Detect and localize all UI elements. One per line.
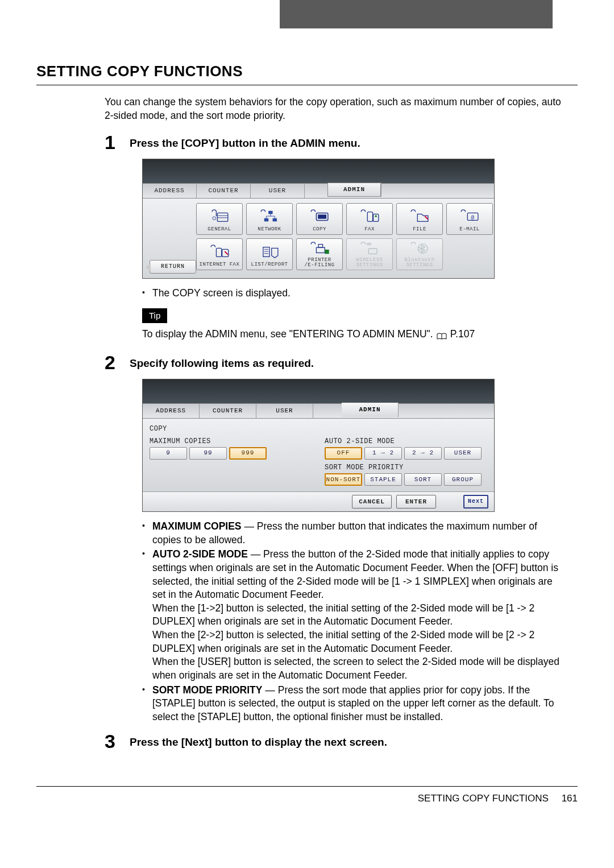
svg-rect-0 — [217, 213, 228, 221]
email-icon: @ — [450, 206, 489, 226]
network-button[interactable]: NETWORK — [246, 203, 293, 235]
page-footer: SETTING COPY FUNCTIONS 161 — [36, 786, 578, 805]
step-2-title: Specify following items as required. — [130, 353, 314, 372]
tab-address-2[interactable]: ADDRESS — [143, 404, 200, 418]
internet-fax-button[interactable]: INTERNET FAX — [196, 238, 243, 270]
tab-gap — [305, 184, 327, 198]
step1-result-text: The COPY screen is displayed. — [152, 287, 566, 300]
network-label: NETWORK — [258, 226, 281, 233]
bluetooth-icon — [400, 239, 439, 258]
return-button[interactable]: RETURN — [150, 260, 196, 274]
tip-badge: Tip — [142, 308, 167, 323]
step-3-title: Press the [Next] button to display the n… — [130, 731, 387, 751]
sort-staple[interactable]: STAPLE — [364, 473, 402, 486]
email-button[interactable]: @E-MAIL — [446, 203, 493, 235]
printer-efiling-button[interactable]: PRINTER /E-FILING — [296, 238, 343, 270]
ss1-tab-bar: ADDRESS COUNTER USER ADMIN — [143, 183, 494, 199]
tab-user-2[interactable]: USER — [256, 404, 313, 418]
bluetooth-settings-button[interactable]: Bluetooth SETTINGS — [396, 238, 443, 270]
step-3-number: 3 — [105, 731, 130, 751]
desc-auto-2side-body3: When the [2->2] button is selected, the … — [152, 629, 534, 654]
screenshot-copy-settings: ADDRESS COUNTER USER ADMIN COPY MAXIMUM … — [142, 379, 495, 512]
auto-2side-2to2[interactable]: 2 → 2 — [404, 447, 442, 460]
breadcrumb-copy: COPY — [150, 424, 487, 433]
svg-rect-19 — [222, 249, 229, 257]
intro-text: You can change the system behaviors for … — [105, 96, 572, 122]
auto-2side-1to2[interactable]: 1 → 2 — [364, 447, 402, 460]
tab-address[interactable]: ADDRESS — [143, 184, 197, 198]
printer-efiling-icon — [300, 239, 339, 258]
auto-2side-off[interactable]: OFF — [325, 447, 362, 460]
max-copies-label: MAXIMUM COPIES — [150, 437, 312, 446]
sort-group[interactable]: GROUP — [444, 473, 482, 486]
step-1: 1 Press the [COPY] button in the ADMIN m… — [105, 133, 578, 152]
max-copies-9[interactable]: 9 — [150, 447, 187, 460]
desc-auto-2side: • AUTO 2-SIDE MODE — Press the button of… — [142, 548, 566, 682]
step-3: 3 Press the [Next] button to display the… — [105, 731, 578, 751]
tab-gap-2 — [313, 404, 342, 418]
fax-icon — [350, 206, 389, 226]
list-report-button[interactable]: LIST/REPORT — [246, 238, 293, 270]
tab-user[interactable]: USER — [251, 184, 305, 198]
auto-2side-user[interactable]: USER — [444, 447, 482, 460]
desc-auto-2side-body4: When the [USER] button is selected, the … — [152, 656, 559, 681]
svg-rect-27 — [368, 249, 377, 254]
auto-2side-label: AUTO 2-SIDE MODE — [325, 437, 487, 446]
page-title: SETTING COPY FUNCTIONS — [36, 61, 578, 81]
tab-admin-2[interactable]: ADMIN — [342, 403, 399, 417]
general-icon — [200, 206, 239, 226]
sort-sort[interactable]: SORT — [404, 473, 442, 486]
ss1-header — [143, 159, 494, 183]
enter-button[interactable]: ENTER — [396, 495, 436, 509]
screenshot-admin-menu: ADDRESS COUNTER USER ADMIN RETURN GENERA… — [142, 159, 495, 279]
sort-priority-label: SORT MODE PRIORITY — [325, 463, 487, 472]
desc-sort-priority: • SORT MODE PRIORITY — Press the sort mo… — [142, 684, 566, 724]
fax-label: FAX — [364, 226, 375, 233]
list-report-label: LIST/REPORT — [251, 261, 288, 268]
wireless-settings-button[interactable]: WIRELESS SETTINGS — [346, 238, 393, 270]
desc-max-copies-title: MAXIMUM COPIES — [152, 520, 242, 532]
footer-page-number: 161 — [562, 793, 578, 804]
svg-rect-26 — [325, 250, 329, 254]
svg-point-3 — [213, 217, 216, 220]
title-rule — [36, 85, 578, 85]
header-dark-block — [280, 0, 553, 28]
next-button[interactable]: Next — [463, 495, 488, 509]
tab-admin[interactable]: ADMIN — [327, 183, 381, 197]
svg-rect-24 — [316, 247, 325, 253]
tab-counter[interactable]: COUNTER — [197, 184, 251, 198]
book-icon — [437, 330, 447, 338]
max-copies-99[interactable]: 99 — [189, 447, 227, 460]
header-bar — [0, 0, 614, 28]
tip-line: To display the ADMIN menu, see "ENTERING… — [142, 328, 578, 341]
svg-point-15 — [375, 215, 377, 217]
svg-rect-25 — [318, 244, 322, 247]
bluetooth-label: Bluetooth SETTINGS — [404, 258, 434, 268]
list-report-icon — [250, 242, 289, 261]
copy-label: COPY — [313, 226, 326, 233]
max-copies-999[interactable]: 999 — [229, 447, 267, 460]
svg-rect-13 — [367, 212, 372, 222]
wireless-icon — [350, 239, 389, 258]
svg-rect-4 — [268, 211, 272, 214]
desc-auto-2side-title: AUTO 2-SIDE MODE — [152, 548, 248, 560]
printer-efiling-label: PRINTER /E-FILING — [304, 258, 334, 268]
tab-counter-2[interactable]: COUNTER — [200, 404, 256, 418]
file-icon — [400, 206, 439, 226]
copy-button[interactable]: COPY — [296, 203, 343, 235]
sort-nonsort[interactable]: NON-SORT — [325, 473, 362, 486]
step1-result-bullet: • The COPY screen is displayed. — [142, 287, 566, 300]
ss2-tab-bar: ADDRESS COUNTER USER ADMIN — [143, 403, 494, 419]
step-1-title: Press the [COPY] button in the ADMIN men… — [130, 133, 360, 152]
fax-button[interactable]: FAX — [346, 203, 393, 235]
file-label: FILE — [413, 226, 426, 233]
svg-rect-12 — [318, 214, 326, 218]
svg-text:@: @ — [471, 214, 475, 221]
cancel-button[interactable]: CANCEL — [352, 495, 392, 509]
file-button[interactable]: FILE — [396, 203, 443, 235]
step-2-number: 2 — [105, 353, 130, 372]
footer-label: SETTING COPY FUNCTIONS — [418, 793, 549, 804]
wireless-label: WIRELESS SETTINGS — [356, 258, 383, 268]
internet-fax-label: INTERNET FAX — [200, 261, 240, 268]
general-button[interactable]: GENERAL — [196, 203, 243, 235]
